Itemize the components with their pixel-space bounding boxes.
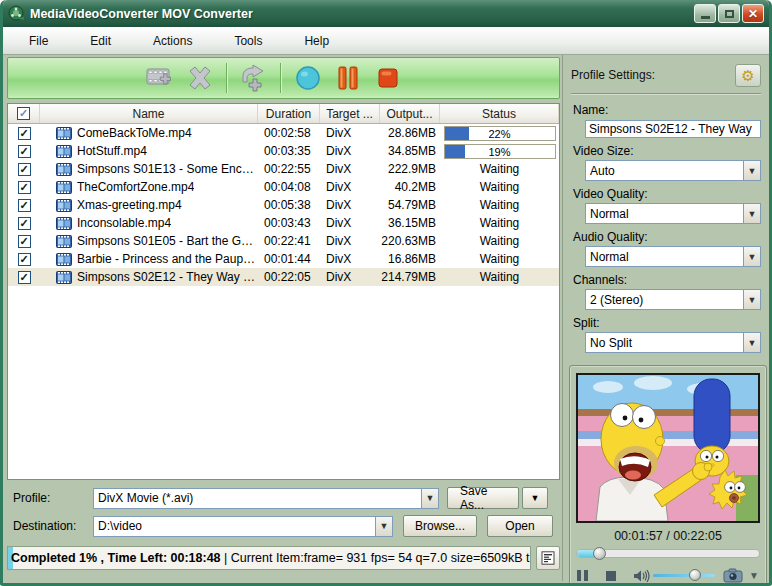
browse-button[interactable]: Browse... (403, 515, 477, 537)
file-target: DivX (320, 198, 380, 212)
menu-help[interactable]: Help (292, 30, 341, 52)
video-file-icon (56, 253, 72, 266)
file-list-body: ✓ComeBackToMe.mp400:02:58DivX28.86MB22%✓… (8, 124, 559, 286)
file-name: HotStuff.mp4 (77, 144, 147, 158)
profile-combobox[interactable]: DivX Movie (*.avi) ▼ (93, 488, 439, 509)
volume-slider[interactable] (653, 574, 715, 577)
row-checkbox[interactable]: ✓ (18, 253, 31, 266)
row-checkbox[interactable]: ✓ (18, 145, 31, 158)
player-stop-button[interactable] (605, 570, 617, 582)
file-name: TheComfortZone.mp4 (77, 180, 194, 194)
pause-icon (576, 569, 589, 582)
row-checkbox[interactable]: ✓ (18, 199, 31, 212)
add-to-queue-button[interactable] (236, 61, 272, 95)
row-checkbox[interactable]: ✓ (18, 235, 31, 248)
add-to-queue-icon (239, 64, 269, 92)
table-row[interactable]: ✓Simpsons S01E05 - Bart the Gener...00:2… (8, 232, 559, 250)
table-row[interactable]: ✓Simpsons S01E13 - Some Enchant...00:22:… (8, 160, 559, 178)
stop-button[interactable] (370, 61, 406, 95)
chevron-down-icon[interactable]: ▼ (743, 333, 760, 352)
menu-actions[interactable]: Actions (141, 30, 204, 52)
table-row[interactable]: ✓Barbie - Princess and the Pauper [...00… (8, 250, 559, 268)
row-checkbox[interactable]: ✓ (18, 271, 31, 284)
chevron-down-icon[interactable]: ▼ (743, 161, 760, 180)
pause-icon (335, 65, 361, 91)
volume-thumb[interactable] (689, 569, 701, 581)
remove-button[interactable] (182, 61, 218, 95)
chevron-down-icon[interactable]: ▼ (375, 517, 392, 536)
file-name: Xmas-greeting.mp4 (77, 198, 182, 212)
close-button[interactable]: ✕ (742, 4, 764, 23)
column-status[interactable]: Status (440, 104, 559, 123)
file-target: DivX (320, 162, 380, 176)
add-video-button[interactable] (142, 61, 178, 95)
menu-edit[interactable]: Edit (78, 30, 123, 52)
split-select[interactable]: No Split ▼ (585, 332, 761, 353)
file-output-size: 16.86MB (380, 252, 440, 266)
titlebar[interactable]: MediaVideoConverter MOV Converter ✕ (3, 0, 769, 27)
status-text: Waiting (480, 270, 520, 284)
table-row[interactable]: ✓Simpsons S02E12 - They Way We ...00:22:… (8, 268, 559, 286)
log-button[interactable] (536, 546, 560, 570)
advanced-settings-button[interactable]: ⚙ (735, 64, 761, 87)
remove-icon (186, 65, 214, 91)
snapshot-more-icon[interactable]: ▼ (749, 570, 759, 581)
table-row[interactable]: ✓ComeBackToMe.mp400:02:58DivX28.86MB22% (8, 124, 559, 142)
file-duration: 00:03:43 (258, 216, 320, 230)
table-row[interactable]: ✓HotStuff.mp400:03:35DivX34.85MB19% (8, 142, 559, 160)
save-as-button[interactable]: Save As... (447, 487, 519, 509)
row-checkbox[interactable]: ✓ (18, 181, 31, 194)
table-row[interactable]: ✓TheComfortZone.mp400:04:08DivX40.2MBWai… (8, 178, 559, 196)
column-duration[interactable]: Duration (258, 104, 320, 123)
select-all-header[interactable]: ✓ (8, 104, 40, 123)
status-text: Completed 1% , Time Left: 00:18:48 | Cur… (11, 551, 531, 565)
chevron-down-icon[interactable]: ▼ (421, 489, 438, 508)
open-button[interactable]: Open (487, 515, 553, 537)
table-row[interactable]: ✓Xmas-greeting.mp400:05:38DivX54.79MBWai… (8, 196, 559, 214)
start-button[interactable] (290, 61, 326, 95)
pause-button[interactable] (330, 61, 366, 95)
channels-select[interactable]: 2 (Stereo) ▼ (585, 289, 761, 310)
name-field[interactable] (585, 120, 761, 138)
video-quality-select[interactable]: Normal ▼ (585, 203, 761, 224)
row-checkbox[interactable]: ✓ (18, 163, 31, 176)
row-checkbox[interactable]: ✓ (18, 217, 31, 230)
column-output[interactable]: Output... (380, 104, 440, 123)
column-name[interactable]: Name (40, 104, 258, 123)
video-quality-label: Video Quality: (573, 187, 761, 201)
chevron-down-icon[interactable]: ▼ (743, 247, 760, 266)
status-progress: Completed 1% , Time Left: 00:18:48 | Cur… (7, 546, 531, 570)
row-checkbox[interactable]: ✓ (18, 127, 31, 140)
file-duration: 00:05:38 (258, 198, 320, 212)
audio-quality-select[interactable]: Normal ▼ (585, 246, 761, 267)
menu-tools[interactable]: Tools (222, 30, 274, 52)
column-target[interactable]: Target ... (320, 104, 380, 123)
snapshot-camera-icon (723, 568, 743, 583)
save-as-dropdown-button[interactable]: ▼ (522, 487, 548, 509)
toolbar-separator (226, 63, 228, 93)
chevron-down-icon[interactable]: ▼ (743, 204, 760, 223)
minimize-button[interactable] (694, 4, 716, 23)
video-file-icon (56, 145, 72, 158)
file-duration: 00:01:44 (258, 252, 320, 266)
maximize-button[interactable] (718, 4, 740, 23)
gear-icon: ⚙ (741, 68, 754, 83)
status-text: Waiting (480, 198, 520, 212)
destination-combobox[interactable]: D:\video ▼ (93, 516, 393, 537)
seek-slider[interactable] (576, 549, 760, 558)
volume-button[interactable] (633, 569, 651, 583)
status-text: Waiting (480, 180, 520, 194)
file-duration: 00:02:58 (258, 126, 320, 140)
player-controls: ▼ (576, 568, 760, 583)
table-row[interactable]: ✓Inconsolable.mp400:03:43DivX36.15MBWait… (8, 214, 559, 232)
seek-thumb[interactable] (593, 547, 606, 560)
select-all-checkbox[interactable]: ✓ (17, 107, 30, 120)
video-file-icon (56, 163, 72, 176)
snapshot-button[interactable] (723, 568, 743, 583)
player-pause-button[interactable] (576, 569, 589, 582)
video-file-icon (56, 127, 72, 140)
chevron-down-icon[interactable]: ▼ (743, 290, 760, 309)
video-size-select[interactable]: Auto ▼ (585, 160, 761, 181)
file-duration: 00:22:41 (258, 234, 320, 248)
menu-file[interactable]: File (17, 30, 60, 52)
